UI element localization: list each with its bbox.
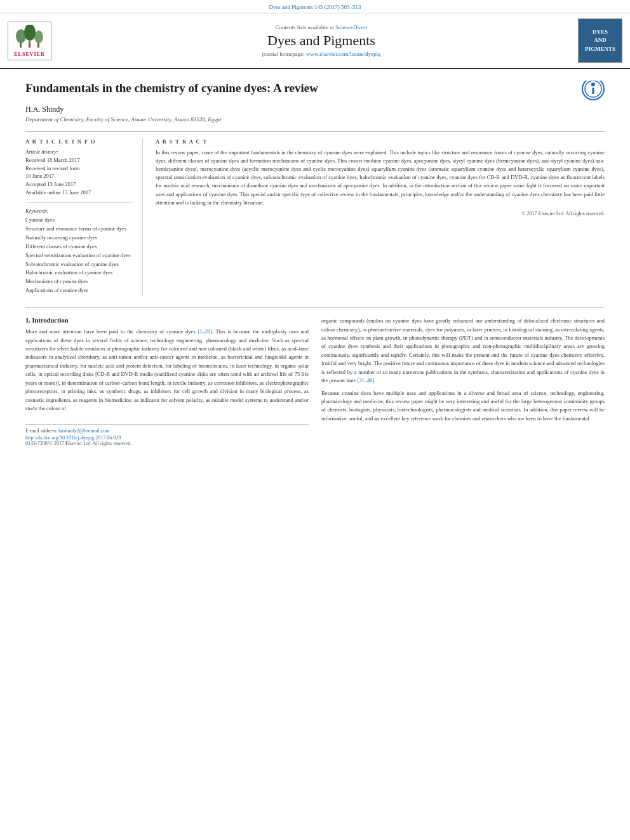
article-info: A R T I C L E I N F O Article history: R… <box>25 138 143 296</box>
received-date: Received 18 March 2017 <box>25 157 133 164</box>
keyword-0: Cyanine dyes <box>25 217 133 224</box>
keyword-6: Halochromic evaluation of cyanine dyes <box>25 269 133 277</box>
keyword-2: Naturally occurring cyanine dyes <box>25 234 133 242</box>
svg-point-3 <box>34 30 43 43</box>
available-online: Available online 15 June 2017 <box>25 189 133 197</box>
paper-container: Fundamentals in the chemistry of cyanine… <box>0 69 630 459</box>
elsevier-logo: ELSEVIER <box>8 22 65 60</box>
keywords-label: Keywords: <box>25 208 133 214</box>
received-revised-label: Received in revised form <box>25 165 133 173</box>
author-name: H.A. Shindy <box>25 105 605 114</box>
issn-text: 0143-7208/© 2017 Elsevier Ltd. All right… <box>25 441 309 446</box>
keyword-1: Structure and resonance forms of cyanine… <box>25 225 133 233</box>
journal-citation: Dyes and Pigments 145 (2017) 505–513 <box>0 0 630 13</box>
keyword-3: Different classes of cyanine dyes <box>25 243 133 251</box>
sciencedirect-link[interactable]: ScienceDirect <box>335 24 367 30</box>
doi-link[interactable]: http://dx.doi.org/10.1016/j.dyepig.2017.… <box>25 435 309 441</box>
journal-title: Dyes and Pigments <box>65 32 578 49</box>
right-paragraph-2: Because cyanine dyes have multiple uses … <box>321 389 605 423</box>
homepage-line: journal homepage: www.elsevier.com/locat… <box>65 51 578 57</box>
email-footnote: E-mail address: hashindy2@hotmail.com <box>25 428 309 434</box>
affiliation: Department of Chemistry, Faculty of Scie… <box>25 116 605 123</box>
paper-title: Fundamentals in the chemistry of cyanine… <box>25 81 605 97</box>
elsevier-text: ELSEVIER <box>12 51 47 57</box>
keyword-4: Spectral sensitization evaluation of cya… <box>25 252 133 260</box>
keyword-7: Mechanisms of cyanine dyes <box>25 278 133 286</box>
svg-point-2 <box>24 25 36 41</box>
crossmark-badge[interactable] <box>582 81 605 100</box>
copyright-notice: © 2017 Elsevier Ltd. All rights reserved… <box>156 211 605 217</box>
article-info-title: A R T I C L E I N F O <box>25 138 133 145</box>
email-link[interactable]: hashindy2@hotmail.com <box>58 428 109 434</box>
homepage-link[interactable]: www.elsevier.com/locate/dyepig <box>306 51 380 57</box>
revised-date: 10 June 2017 <box>25 173 133 180</box>
article-history-label: Article history: <box>25 149 133 155</box>
accepted-date: Accepted 13 June 2017 <box>25 181 133 189</box>
body-content: 1. Introduction More and more attention … <box>25 307 605 446</box>
keyword-8: Applications of cyanine dyes <box>25 287 133 295</box>
intro-paragraph: More and more attention have been paid t… <box>25 328 309 413</box>
abstract-text: In this review paper, some of the import… <box>156 149 605 207</box>
footer: E-mail address: hashindy2@hotmail.com ht… <box>25 424 309 446</box>
svg-rect-4 <box>20 43 22 48</box>
svg-rect-5 <box>29 41 30 48</box>
abstract-title: A B S T R A C T <box>156 138 605 145</box>
elsevier-tree-graphic <box>12 25 47 49</box>
contents-line: Contents lists available at ScienceDirec… <box>65 24 578 30</box>
svg-rect-9 <box>593 88 594 94</box>
right-paragraph-1: organic compounds (studies on cyanine dy… <box>321 317 605 385</box>
body-right-col: organic compounds (studies on cyanine dy… <box>321 317 605 446</box>
journal-header: ELSEVIER Contents lists available at Sci… <box>0 13 630 69</box>
article-info-abstract: A R T I C L E I N F O Article history: R… <box>25 131 605 296</box>
svg-rect-6 <box>37 43 39 48</box>
body-left-col: 1. Introduction More and more attention … <box>25 317 309 446</box>
journal-logo-right: DYES AND PIGMENTS <box>578 18 622 63</box>
crossmark[interactable] <box>582 81 605 100</box>
abstract-col: A B S T R A C T In this review paper, so… <box>156 138 605 296</box>
citation-text: Dyes and Pigments 145 (2017) 505–513 <box>269 4 361 10</box>
svg-point-8 <box>591 83 595 86</box>
keyword-5: Solvatochromic evaluation of cyanine dye… <box>25 261 133 269</box>
intro-heading: 1. Introduction <box>25 317 309 324</box>
journal-center: Contents lists available at ScienceDirec… <box>65 24 578 57</box>
